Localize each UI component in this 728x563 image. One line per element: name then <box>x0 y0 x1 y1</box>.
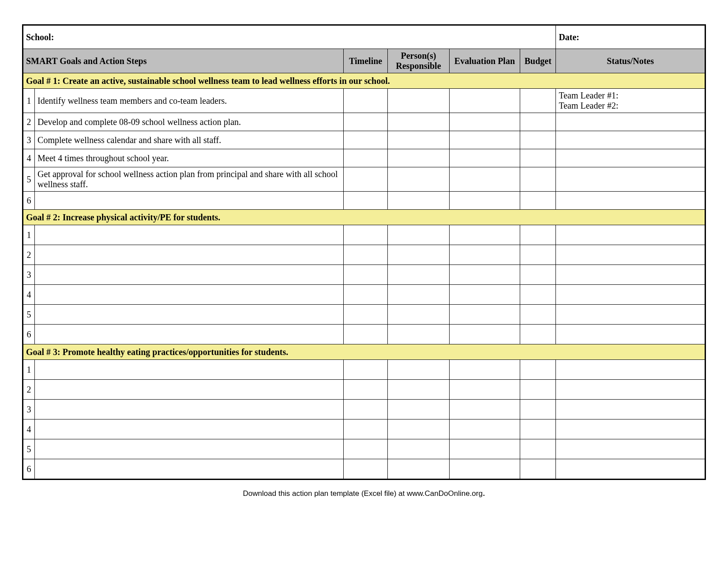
step-timeline <box>344 113 388 131</box>
step-status <box>556 459 705 480</box>
step-persons <box>388 325 450 344</box>
goal-header: Goal # 3: Promote healthy eating practic… <box>23 344 705 360</box>
goal-title: Goal # 1: Create an active, sustainable … <box>23 73 705 89</box>
step-budget <box>520 380 556 400</box>
step-desc <box>35 225 344 245</box>
table-row: 6 <box>23 192 705 210</box>
school-label: School: <box>23 25 556 49</box>
step-timeline <box>344 439 388 459</box>
step-status <box>556 192 705 210</box>
col-goals: SMART Goals and Action Steps <box>23 49 344 73</box>
table-row: 5 <box>23 305 705 325</box>
step-eval <box>449 400 520 419</box>
step-timeline <box>344 265 388 285</box>
step-persons <box>388 305 450 325</box>
step-desc <box>35 192 344 210</box>
step-status <box>556 285 705 305</box>
step-persons <box>388 245 450 265</box>
step-persons <box>388 192 450 210</box>
table-row: 2 <box>23 380 705 400</box>
col-budget: Budget <box>520 49 556 73</box>
step-desc: Get approval for school wellness action … <box>35 167 344 192</box>
table-row: 4 Meet 4 times throughout school year. <box>23 149 705 167</box>
step-budget <box>520 225 556 245</box>
table-row: 3 <box>23 400 705 419</box>
step-number: 5 <box>23 439 35 459</box>
table-row: 5 Get approval for school wellness actio… <box>23 167 705 192</box>
step-budget <box>520 459 556 480</box>
step-eval <box>449 245 520 265</box>
table-row: 6 <box>23 459 705 480</box>
footer-note: Download this action plan template (Exce… <box>22 487 706 499</box>
step-number: 1 <box>23 89 35 113</box>
step-budget <box>520 131 556 149</box>
step-timeline <box>344 400 388 419</box>
page: School: Date: SMART Goals and Action Ste… <box>0 0 728 563</box>
step-eval <box>449 167 520 192</box>
step-persons <box>388 439 450 459</box>
step-timeline <box>344 285 388 305</box>
step-desc: Identify wellness team members and co-te… <box>35 89 344 113</box>
step-budget <box>520 360 556 380</box>
table-row: 1 Identify wellness team members and co-… <box>23 89 705 113</box>
table-row: 5 <box>23 439 705 459</box>
step-eval <box>449 419 520 439</box>
step-timeline <box>344 89 388 113</box>
step-persons <box>388 400 450 419</box>
step-budget <box>520 285 556 305</box>
step-desc <box>35 419 344 439</box>
step-status <box>556 305 705 325</box>
step-persons <box>388 131 450 149</box>
step-timeline <box>344 419 388 439</box>
step-eval <box>449 459 520 480</box>
step-number: 5 <box>23 167 35 192</box>
step-desc <box>35 265 344 285</box>
step-eval <box>449 89 520 113</box>
goal-title: Goal # 2: Increase physical activity/PE … <box>23 210 705 225</box>
step-persons <box>388 380 450 400</box>
step-eval <box>449 149 520 167</box>
step-timeline <box>344 325 388 344</box>
step-persons <box>388 265 450 285</box>
step-desc: Complete wellness calendar and share wit… <box>35 131 344 149</box>
step-persons <box>388 360 450 380</box>
step-status <box>556 325 705 344</box>
step-timeline <box>344 149 388 167</box>
step-persons <box>388 167 450 192</box>
step-budget <box>520 192 556 210</box>
step-eval <box>449 113 520 131</box>
col-timeline: Timeline <box>344 49 388 73</box>
step-number: 6 <box>23 459 35 480</box>
step-status <box>556 400 705 419</box>
step-desc <box>35 285 344 305</box>
step-persons <box>388 285 450 305</box>
table-row: 4 <box>23 285 705 305</box>
step-desc: Meet 4 times throughout school year. <box>35 149 344 167</box>
col-status: Status/Notes <box>556 49 705 73</box>
step-persons <box>388 89 450 113</box>
col-eval: Evaluation Plan <box>449 49 520 73</box>
step-status <box>556 360 705 380</box>
step-number: 4 <box>23 285 35 305</box>
step-eval <box>449 265 520 285</box>
step-eval <box>449 360 520 380</box>
step-persons <box>388 225 450 245</box>
step-persons <box>388 149 450 167</box>
step-desc <box>35 380 344 400</box>
table-row: 1 <box>23 360 705 380</box>
action-plan-table: School: Date: SMART Goals and Action Ste… <box>22 24 706 480</box>
col-persons: Person(s) Responsible <box>388 49 450 73</box>
step-timeline <box>344 225 388 245</box>
column-header-row: SMART Goals and Action Steps Timeline Pe… <box>23 49 705 73</box>
step-desc <box>35 400 344 419</box>
step-status <box>556 225 705 245</box>
step-timeline <box>344 167 388 192</box>
table-row: 4 <box>23 419 705 439</box>
step-eval <box>449 439 520 459</box>
step-number: 2 <box>23 245 35 265</box>
step-number: 6 <box>23 325 35 344</box>
date-label: Date: <box>556 25 705 49</box>
goal-header: Goal # 2: Increase physical activity/PE … <box>23 210 705 225</box>
step-status <box>556 419 705 439</box>
step-status <box>556 149 705 167</box>
